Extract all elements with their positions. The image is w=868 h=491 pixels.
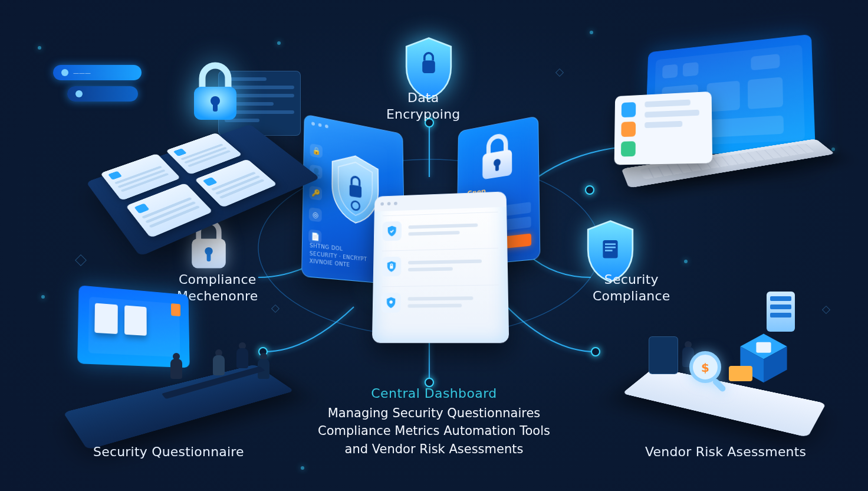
caption-line-2: Compliance Metrics Automation Tools [318,424,550,438]
radar-icon: ◎ [309,207,322,222]
svg-point-5 [586,186,594,194]
padlock-icon [476,128,520,185]
shield-lock-icon [382,256,401,276]
svg-point-8 [351,201,360,210]
svg-rect-27 [770,305,791,309]
svg-rect-14 [422,60,435,73]
svg-rect-17 [207,253,211,261]
lock-icon: 🔒 [310,143,323,158]
svg-rect-26 [770,296,791,301]
svg-rect-7 [350,185,361,198]
questionnaire-list-card [372,191,509,343]
svg-rect-21 [605,250,613,251]
check-icon [621,141,636,156]
glow-padlock-icon [180,56,251,127]
shield-icon [330,150,380,227]
shield-star-icon [381,292,401,312]
svg-rect-11 [495,164,499,171]
svg-point-2 [425,378,433,387]
data-encryption-label: Data Encrypoing [386,90,460,122]
svg-rect-28 [770,313,791,317]
svg-rect-20 [605,247,616,248]
alert-icon [621,122,636,137]
svg-text:$: $ [701,361,709,375]
card-icon [729,366,752,381]
shield-check-icon [382,221,402,241]
cloud-icon [622,102,636,117]
doc-icon: 📄 [308,229,321,244]
documents-cluster: ——— [41,24,289,201]
key-icon: 🔑 [309,186,322,201]
caption-line-1: Managing Security Questionnaires [328,406,541,420]
caption-line-3: and Vendor Risk Asessments [345,442,524,456]
flame-icon [171,303,180,316]
svg-rect-12 [390,265,393,268]
caption-block: Central Dashboard Managing Security Ques… [0,386,868,458]
svg-rect-19 [605,243,616,245]
svg-rect-32 [756,342,771,353]
clipboard-icon [649,336,678,374]
caption-title: Central Dashboard [0,386,868,401]
center-dashboard: 🔒 👤 🔑 ◎ 📄 SHTNG DOLSECURITY · ENCRYPTXIV… [307,115,554,363]
svg-rect-18 [603,240,617,258]
laptop-popup-card [614,91,713,165]
svg-rect-24 [213,103,218,112]
svg-point-4 [591,348,600,356]
server-icon [763,288,798,335]
